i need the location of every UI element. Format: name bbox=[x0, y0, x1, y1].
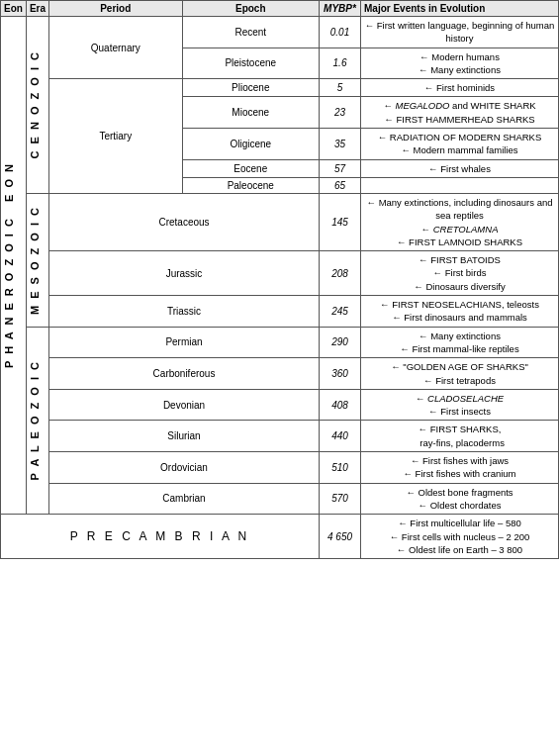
triassic-cell: Triassic bbox=[49, 296, 320, 328]
events-cretaceous: ← Many extinctions, including dinosaurs … bbox=[361, 193, 559, 250]
header-era: Era bbox=[26, 1, 48, 17]
mybp-pliocene: 5 bbox=[320, 79, 361, 97]
evolution-table: Eon Era Period Epoch MYBP* Major Events … bbox=[0, 0, 559, 559]
table-row: M E S O Z O I C Cretaceous 145 ← Many ex… bbox=[1, 193, 559, 250]
mybp-cambrian: 570 bbox=[320, 483, 361, 515]
epoch-paleocene: Paleocene bbox=[182, 177, 319, 193]
ordovician-cell: Ordovician bbox=[49, 452, 320, 484]
jurassic-cell: Jurassic bbox=[49, 251, 320, 296]
table-row: Devonian 408 ← CLADOSELACHE← First insec… bbox=[1, 389, 559, 421]
mybp-miocene: 23 bbox=[320, 97, 361, 129]
precambrian-row: P R E C A M B R I A N 4 650 ← First mult… bbox=[1, 515, 559, 559]
permian-cell: Permian bbox=[49, 327, 320, 358]
table-row: Cambrian 570 ← Oldest bone fragments← Ol… bbox=[1, 483, 559, 515]
epoch-recent: Recent bbox=[182, 17, 319, 48]
cambrian-cell: Cambrian bbox=[49, 483, 320, 515]
header-events: Major Events in Evolution bbox=[361, 1, 559, 17]
events-pliocene: ← First hominids bbox=[361, 79, 559, 97]
cretaceous-cell: Cretaceous bbox=[49, 193, 320, 250]
mesozoic-cell: M E S O Z O I C bbox=[26, 193, 48, 327]
mybp-jurassic: 208 bbox=[320, 251, 361, 296]
peon-label: P H A N E R O Z O I C E O N bbox=[3, 162, 15, 368]
table-row: Tertiary Pliocene 5 ← First hominids bbox=[1, 79, 559, 97]
epoch-pliocene: Pliocene bbox=[182, 79, 319, 97]
mybp-devonian: 408 bbox=[320, 389, 361, 421]
header-epoch: Epoch bbox=[182, 1, 319, 17]
events-silurian: ← FIRST SHARKS, ray-fins, placoderms bbox=[361, 421, 559, 452]
mybp-recent: 0.01 bbox=[320, 17, 361, 48]
events-oligicene: ← RADIATION OF MODERN SHARKS← Modern mam… bbox=[361, 129, 559, 160]
header-period: Period bbox=[49, 1, 183, 17]
epoch-eocene: Eocene bbox=[182, 159, 319, 177]
silurian-cell: Silurian bbox=[49, 421, 320, 452]
mybp-silurian: 440 bbox=[320, 421, 361, 452]
table-row: Silurian 440 ← FIRST SHARKS, ray-fins, p… bbox=[1, 421, 559, 452]
paleozoic-label: P A L E O Z O I C bbox=[29, 360, 41, 480]
table-row: Triassic 245 ← FIRST NEOSELACHIANS, tele… bbox=[1, 296, 559, 328]
mybp-oligicene: 35 bbox=[320, 129, 361, 160]
mybp-ordovician: 510 bbox=[320, 452, 361, 484]
peon-cell: P H A N E R O Z O I C E O N bbox=[1, 17, 27, 515]
events-permian: ← Many extinctions← First mammal-like re… bbox=[361, 327, 559, 358]
devonian-cell: Devonian bbox=[49, 389, 320, 421]
mybp-eocene: 57 bbox=[320, 159, 361, 177]
mybp-pleistocene: 1.6 bbox=[320, 47, 361, 79]
table-row: Carboniferous 360 ← "GOLDEN AGE OF SHARK… bbox=[1, 358, 559, 390]
events-precambrian: ← First multicellular life – 580← First … bbox=[361, 515, 559, 559]
quaternary-cell: Quaternary bbox=[49, 17, 183, 79]
header-mybp: MYBP* bbox=[320, 1, 361, 17]
precambrian-label: P R E C A M B R I A N bbox=[1, 515, 320, 559]
cenozoic-label: C E N O Z O I C bbox=[29, 50, 41, 158]
cenozoic-cell: C E N O Z O I C bbox=[26, 17, 48, 194]
carboniferous-cell: Carboniferous bbox=[49, 358, 320, 390]
events-carboniferous: ← "GOLDEN AGE OF SHARKS"← First tetrapod… bbox=[361, 358, 559, 390]
events-jurassic: ← FIRST BATOIDS← First birds← Dinosaurs … bbox=[361, 251, 559, 296]
events-cambrian: ← Oldest bone fragments← Oldest chordate… bbox=[361, 483, 559, 515]
table-row: P A L E O Z O I C Permian 290 ← Many ext… bbox=[1, 327, 559, 358]
events-devonian: ← CLADOSELACHE← First insects bbox=[361, 389, 559, 421]
events-triassic: ← FIRST NEOSELACHIANS, teleosts← First d… bbox=[361, 296, 559, 328]
events-miocene: ← MEGALODO and WHITE SHARK← FIRST HAMMER… bbox=[361, 97, 559, 129]
epoch-pleistocene: Pleistocene bbox=[182, 47, 319, 79]
events-pleistocene: ← Modern humans← Many extinctions bbox=[361, 47, 559, 79]
mesozoic-label: M E S O Z O I C bbox=[29, 206, 41, 315]
mybp-cretaceous: 145 bbox=[320, 193, 361, 250]
paleozoic-cell: P A L E O Z O I C bbox=[26, 327, 48, 515]
mybp-permian: 290 bbox=[320, 327, 361, 358]
mybp-carboniferous: 360 bbox=[320, 358, 361, 390]
events-recent: ← First written language, beginning of h… bbox=[361, 17, 559, 48]
epoch-oligicene: Oligicene bbox=[182, 129, 319, 160]
events-eocene: ← First whales bbox=[361, 159, 559, 177]
mybp-paleocene: 65 bbox=[320, 177, 361, 193]
header-eon: Eon bbox=[1, 1, 27, 17]
tertiary-cell: Tertiary bbox=[49, 79, 183, 194]
table-row: Ordovician 510 ← First fishes with jaws←… bbox=[1, 452, 559, 484]
table-row: Jurassic 208 ← FIRST BATOIDS← First bird… bbox=[1, 251, 559, 296]
events-ordovician: ← First fishes with jaws← First fishes w… bbox=[361, 452, 559, 484]
mybp-triassic: 245 bbox=[320, 296, 361, 328]
mybp-precambrian: 4 650 bbox=[320, 515, 361, 559]
epoch-miocene: Miocene bbox=[182, 97, 319, 129]
events-paleocene bbox=[361, 177, 559, 193]
table-row: P H A N E R O Z O I C E O N C E N O Z O … bbox=[1, 17, 559, 48]
